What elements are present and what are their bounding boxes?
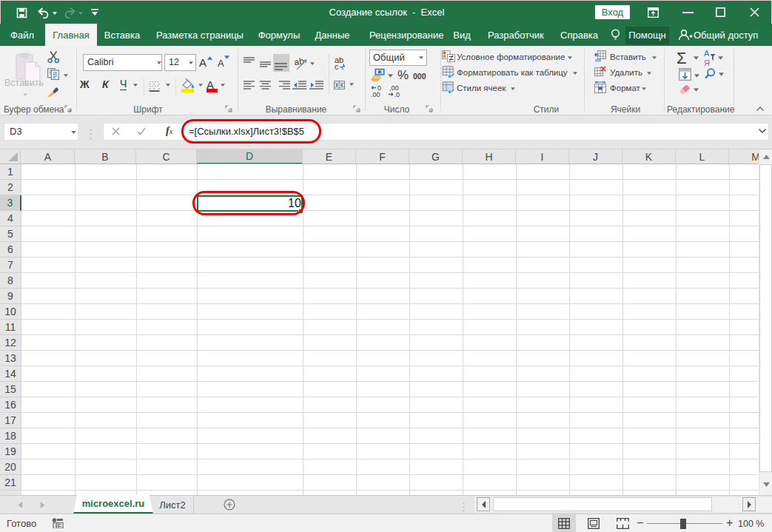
svg-text:Я: Я bbox=[704, 58, 710, 67]
svg-text:,00: ,00 bbox=[371, 91, 380, 98]
svg-text:А: А bbox=[704, 49, 710, 58]
svg-text:,0: ,0 bbox=[395, 91, 400, 98]
svg-text:c: c bbox=[335, 62, 339, 70]
svg-text:ab: ab bbox=[295, 56, 305, 67]
